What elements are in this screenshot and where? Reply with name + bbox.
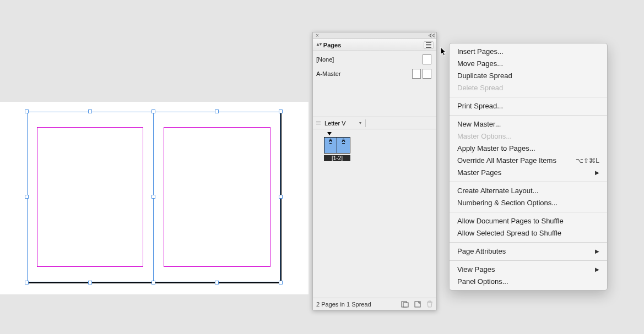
delete-page-icon[interactable] bbox=[426, 300, 433, 308]
menu-separator bbox=[450, 182, 607, 182]
master-thumb-a-left[interactable] bbox=[412, 69, 421, 79]
menu-separator bbox=[450, 260, 607, 261]
selection-handle[interactable] bbox=[88, 281, 92, 284]
submenu-arrow-icon: ▶ bbox=[595, 168, 599, 178]
menu-item[interactable]: Create Alternate Layout... bbox=[450, 185, 607, 197]
menu-separator bbox=[450, 242, 607, 243]
menu-item-label: Override All Master Page Items bbox=[457, 156, 556, 166]
footer-status: 2 Pages in 1 Spread bbox=[316, 301, 371, 308]
menu-item-label: Numbering & Section Options... bbox=[457, 198, 558, 208]
menu-item-label: Insert Pages... bbox=[457, 47, 504, 57]
submenu-arrow-icon: ▶ bbox=[595, 247, 599, 256]
menu-item-label: Page Attributes bbox=[457, 247, 506, 256]
panel-footer: 2 Pages in 1 Spread bbox=[313, 298, 436, 310]
panel-context-menu: Insert Pages...Move Pages...Duplicate Sp… bbox=[449, 43, 608, 291]
selection-handle[interactable] bbox=[279, 195, 283, 199]
menu-item[interactable]: Apply Master to Pages... bbox=[450, 143, 607, 155]
menu-item[interactable]: Page Attributes▶ bbox=[450, 245, 607, 258]
menu-item[interactable]: Allow Selected Spread to Shuffle bbox=[450, 227, 607, 239]
master-thumb-none[interactable] bbox=[423, 54, 431, 64]
menu-item-label: Master Options... bbox=[457, 132, 512, 141]
page-thumbnail-2[interactable]: A bbox=[337, 137, 350, 154]
collapse-icon[interactable]: ∢∢ bbox=[428, 33, 435, 39]
menu-item: Delete Spread bbox=[450, 82, 607, 94]
menu-item-label: Allow Document Pages to Shuffle bbox=[457, 216, 564, 226]
menu-item-label: Apply Master to Pages... bbox=[457, 144, 535, 154]
menu-separator bbox=[450, 212, 607, 212]
menu-item[interactable]: Override All Master Page Items⌥⇧⌘L bbox=[450, 155, 607, 167]
panel-titlebar[interactable]: × ∢∢ bbox=[313, 32, 436, 39]
selection-handle[interactable] bbox=[25, 281, 29, 284]
selection-handle[interactable] bbox=[151, 109, 155, 113]
menu-item: Master Options... bbox=[450, 130, 607, 143]
selection-handle[interactable] bbox=[215, 281, 219, 284]
menu-item-label: Print Spread... bbox=[457, 101, 503, 111]
sort-icon: ▲▼ bbox=[316, 42, 321, 47]
page-master-letter: A bbox=[329, 138, 333, 143]
master-row-a[interactable]: A-Master bbox=[316, 69, 433, 79]
master-name: A-Master bbox=[316, 70, 412, 77]
new-page-icon[interactable] bbox=[414, 301, 421, 308]
menu-item-label: Create Alternate Layout... bbox=[457, 186, 538, 196]
menu-item[interactable]: View Pages▶ bbox=[450, 264, 607, 276]
page-master-letter: A bbox=[342, 138, 345, 143]
menu-item[interactable]: Insert Pages... bbox=[450, 46, 607, 58]
menu-item-label: Duplicate Spread bbox=[457, 71, 512, 81]
menu-item-label: Master Pages bbox=[457, 168, 501, 178]
master-name: [None] bbox=[316, 56, 423, 63]
layout-name-field[interactable] bbox=[323, 119, 356, 127]
spread-page-range-label: [1-2] bbox=[324, 155, 350, 161]
selection-handle[interactable] bbox=[25, 109, 29, 113]
menu-separator bbox=[450, 115, 607, 116]
document-pages-section[interactable]: A A [1-2] bbox=[313, 129, 436, 298]
menu-item-label: Move Pages... bbox=[457, 59, 503, 69]
submenu-arrow-icon: ▶ bbox=[595, 265, 599, 275]
selection-handle[interactable] bbox=[88, 109, 92, 113]
selection-handle[interactable] bbox=[279, 281, 283, 284]
panel-title: Pages bbox=[323, 42, 341, 48]
mouse-cursor-icon bbox=[440, 47, 448, 57]
spread-thumbnail[interactable]: A A bbox=[324, 137, 433, 154]
master-pages-section: [None] A-Master bbox=[313, 51, 436, 117]
document-spread[interactable] bbox=[27, 112, 280, 282]
selection-handle[interactable] bbox=[151, 281, 155, 284]
separator bbox=[365, 119, 366, 127]
selection-handle[interactable] bbox=[215, 109, 219, 113]
svg-rect-1 bbox=[403, 303, 408, 307]
layout-section-bar: ▾ bbox=[313, 117, 436, 129]
panel-menu-button[interactable] bbox=[424, 41, 434, 49]
selection-handle[interactable] bbox=[151, 195, 155, 199]
menu-item[interactable]: Master Pages▶ bbox=[450, 167, 607, 179]
menu-item[interactable]: Allow Document Pages to Shuffle bbox=[450, 215, 607, 227]
menu-item[interactable]: Numbering & Section Options... bbox=[450, 197, 607, 209]
master-thumb-a-right[interactable] bbox=[423, 69, 431, 79]
page-insert-marker-icon bbox=[327, 132, 332, 135]
menu-item-label: Panel Options... bbox=[457, 277, 508, 287]
selection-handle[interactable] bbox=[25, 195, 29, 199]
selection-handle[interactable] bbox=[279, 109, 283, 113]
menu-item[interactable]: Print Spread... bbox=[450, 100, 607, 112]
menu-item-label: New Master... bbox=[457, 119, 501, 129]
menu-item-label: Delete Spread bbox=[457, 83, 503, 93]
menu-item[interactable]: Move Pages... bbox=[450, 58, 607, 70]
page-thumbnail-1[interactable]: A bbox=[324, 137, 337, 154]
grip-icon[interactable] bbox=[316, 122, 321, 124]
menu-item[interactable]: New Master... bbox=[450, 118, 607, 130]
menu-item[interactable]: Panel Options... bbox=[450, 276, 607, 288]
menu-item-label: Allow Selected Spread to Shuffle bbox=[457, 228, 561, 238]
panel-header: ▲▼ Pages bbox=[313, 39, 436, 51]
pages-panel: × ∢∢ ▲▼ Pages [None] A-Master ▾ A A [1-2… bbox=[312, 32, 437, 310]
menu-item[interactable]: Duplicate Spread bbox=[450, 70, 607, 82]
close-icon[interactable]: × bbox=[315, 32, 320, 39]
menu-item-label: View Pages bbox=[457, 265, 495, 275]
edit-page-size-icon[interactable] bbox=[401, 301, 409, 308]
menu-separator bbox=[450, 97, 607, 97]
chevron-down-icon[interactable]: ▾ bbox=[359, 121, 361, 125]
master-row-none[interactable]: [None] bbox=[316, 54, 433, 64]
menu-shortcut: ⌥⇧⌘L bbox=[576, 156, 599, 166]
